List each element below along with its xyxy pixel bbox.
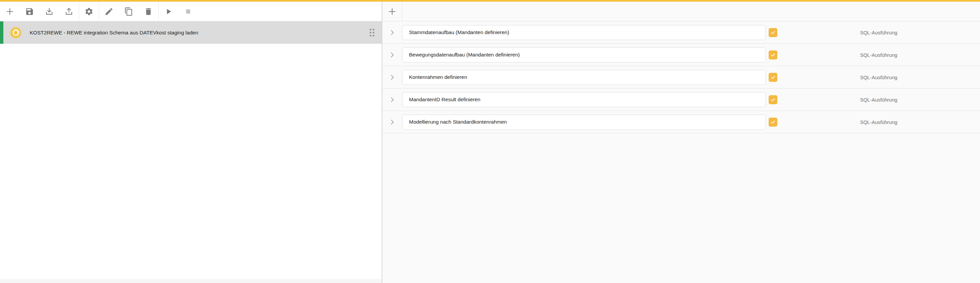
job-title: KOST2REWE - REWE integration Schema aus … <box>30 30 198 36</box>
expand-step-button[interactable] <box>382 44 402 66</box>
check-icon <box>770 29 776 35</box>
pencil-icon <box>105 7 113 16</box>
download-button[interactable] <box>40 2 59 21</box>
save-icon <box>25 7 34 16</box>
stop-button[interactable] <box>178 2 198 21</box>
play-icon <box>164 7 173 16</box>
gear-icon <box>84 7 94 16</box>
jobs-toolbar <box>0 2 382 21</box>
main-content: KOST2REWE - REWE integration Schema aus … <box>0 2 980 283</box>
edit-button[interactable] <box>99 2 119 21</box>
step-row: SQL-Ausführung <box>382 111 980 133</box>
add-job-button[interactable] <box>0 2 20 21</box>
step-row: SQL-Ausführung <box>382 66 980 88</box>
step-type-label: SQL-Ausführung <box>777 97 980 102</box>
step-enabled-checkbox[interactable] <box>768 95 777 104</box>
check-icon <box>770 97 776 102</box>
run-button[interactable] <box>159 2 178 21</box>
settings-button[interactable] <box>79 2 99 21</box>
trash-icon <box>144 7 153 16</box>
step-type-label: SQL-Ausführung <box>777 30 980 35</box>
expand-step-button[interactable] <box>382 21 402 43</box>
plus-icon <box>388 7 397 16</box>
step-enabled-checkbox[interactable] <box>768 28 777 37</box>
steps-toolbar <box>382 2 980 21</box>
duplicate-button[interactable] <box>119 2 138 21</box>
step-row: SQL-Ausführung <box>382 88 980 111</box>
chevron-right-icon <box>389 118 396 126</box>
expand-step-button[interactable] <box>382 111 402 133</box>
step-row: SQL-Ausführung <box>382 44 980 66</box>
expand-step-button[interactable] <box>382 88 402 110</box>
step-enabled-checkbox[interactable] <box>768 50 777 59</box>
jobs-panel: KOST2REWE - REWE integration Schema aus … <box>0 2 382 283</box>
step-name-input[interactable] <box>402 92 766 107</box>
upload-icon <box>64 7 73 16</box>
step-type-label: SQL-Ausführung <box>777 52 980 58</box>
check-icon <box>770 74 776 80</box>
chevron-right-icon <box>389 51 396 59</box>
job-status-icon <box>11 28 21 38</box>
step-name-input[interactable] <box>402 48 766 62</box>
step-enabled-checkbox[interactable] <box>768 118 777 126</box>
chevron-right-icon <box>389 96 396 103</box>
plus-icon <box>5 7 14 16</box>
step-name-input[interactable] <box>402 70 766 85</box>
stop-icon <box>184 7 192 16</box>
step-name-input[interactable] <box>402 115 766 130</box>
delete-button[interactable] <box>138 2 158 21</box>
steps-panel: SQL-Ausführung SQL-Ausführung <box>382 2 980 283</box>
job-list: KOST2REWE - REWE integration Schema aus … <box>0 21 382 279</box>
save-button[interactable] <box>20 2 40 21</box>
add-step-button[interactable] <box>382 2 402 21</box>
upload-button[interactable] <box>59 2 79 21</box>
step-row: SQL-Ausführung <box>382 21 980 44</box>
step-enabled-checkbox[interactable] <box>768 73 777 82</box>
drag-handle-icon[interactable] <box>370 29 374 37</box>
step-type-label: SQL-Ausführung <box>777 119 980 125</box>
chevron-right-icon <box>389 74 396 81</box>
expand-step-button[interactable] <box>382 66 402 88</box>
job-list-item[interactable]: KOST2REWE - REWE integration Schema aus … <box>0 21 382 44</box>
download-icon <box>45 7 54 16</box>
step-name-input[interactable] <box>402 25 766 40</box>
step-type-label: SQL-Ausführung <box>777 75 980 80</box>
copy-icon <box>124 7 133 16</box>
check-icon <box>770 52 776 58</box>
chevron-right-icon <box>389 29 396 36</box>
check-icon <box>770 119 776 125</box>
selected-indicator-bar <box>0 21 3 44</box>
step-list: SQL-Ausführung SQL-Ausführung <box>382 21 980 133</box>
